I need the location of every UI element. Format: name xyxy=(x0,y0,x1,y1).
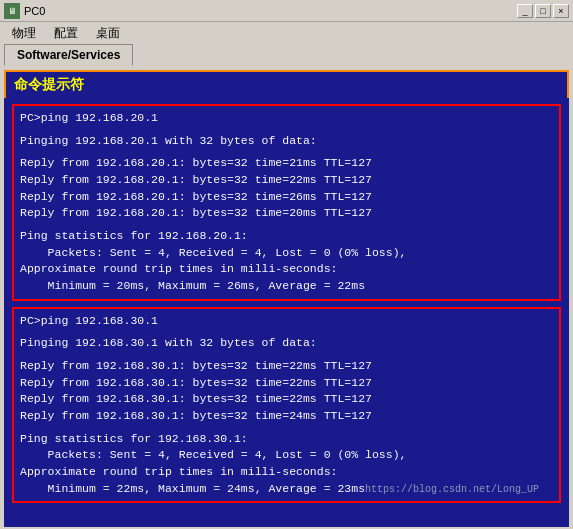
main-content: PC>ping 192.168.20.1Pinging 192.168.20.1… xyxy=(4,98,569,527)
ping-line-0-6: Reply from 192.168.20.1: bytes=32 time=2… xyxy=(20,189,553,206)
menu-item-physics[interactable]: 物理 xyxy=(4,23,44,44)
cmd-title-text: 命令提示符 xyxy=(14,76,84,92)
ping-block-0: PC>ping 192.168.20.1Pinging 192.168.20.1… xyxy=(12,104,561,301)
ping-line-0-2: Pinging 192.168.20.1 with 32 bytes of da… xyxy=(20,133,553,150)
watermark: https://blog.csdn.net/Long_UP xyxy=(365,484,539,495)
ping-line-0-11: Approximate round trip times in milli-se… xyxy=(20,261,553,278)
window-title: PC0 xyxy=(24,5,45,17)
ping-line-0-0: PC>ping 192.168.20.1 xyxy=(20,110,553,127)
ping-line-1-0: PC>ping 192.168.30.1 xyxy=(20,313,553,330)
close-button[interactable]: × xyxy=(553,4,569,18)
ping-line-1-10: Packets: Sent = 4, Received = 4, Lost = … xyxy=(20,447,553,464)
ping-line-0-4: Reply from 192.168.20.1: bytes=32 time=2… xyxy=(20,155,553,172)
ping-line-1-4: Reply from 192.168.30.1: bytes=32 time=2… xyxy=(20,358,553,375)
title-bar: 🖥 PC0 _ □ × xyxy=(0,0,573,22)
ping-line-0-7: Reply from 192.168.20.1: bytes=32 time=2… xyxy=(20,205,553,222)
app-icon: 🖥 xyxy=(4,3,20,19)
ping-line-1-7: Reply from 192.168.30.1: bytes=32 time=2… xyxy=(20,408,553,425)
ping-line-0-9: Ping statistics for 192.168.20.1: xyxy=(20,228,553,245)
tab-bar: Software/Services xyxy=(0,44,573,66)
ping-line-1-5: Reply from 192.168.30.1: bytes=32 time=2… xyxy=(20,375,553,392)
maximize-button[interactable]: □ xyxy=(535,4,551,18)
ping-line-1-6: Reply from 192.168.30.1: bytes=32 time=2… xyxy=(20,391,553,408)
ping-line-0-5: Reply from 192.168.20.1: bytes=32 time=2… xyxy=(20,172,553,189)
window-controls: _ □ × xyxy=(517,4,569,18)
minimize-button[interactable]: _ xyxy=(517,4,533,18)
cmd-title-bar: 命令提示符 xyxy=(4,70,569,98)
ping-blocks-container: PC>ping 192.168.20.1Pinging 192.168.20.1… xyxy=(12,104,561,503)
ping-line-1-2: Pinging 192.168.30.1 with 32 bytes of da… xyxy=(20,335,553,352)
ping-line-0-10: Packets: Sent = 4, Received = 4, Lost = … xyxy=(20,245,553,262)
menu-item-desktop[interactable]: 桌面 xyxy=(88,23,128,44)
menu-bar: 物理 配置 桌面 xyxy=(0,22,573,44)
ping-line-1-11: Approximate round trip times in milli-se… xyxy=(20,464,553,481)
ping-line-1-12: Minimum = 22ms, Maximum = 24ms, Average … xyxy=(20,481,553,498)
title-bar-left: 🖥 PC0 xyxy=(4,3,45,19)
menu-item-config[interactable]: 配置 xyxy=(46,23,86,44)
ping-line-0-12: Minimum = 20ms, Maximum = 26ms, Average … xyxy=(20,278,553,295)
ping-block-1: PC>ping 192.168.30.1Pinging 192.168.30.1… xyxy=(12,307,561,504)
tab-software-services[interactable]: Software/Services xyxy=(4,44,133,66)
ping-line-1-9: Ping statistics for 192.168.30.1: xyxy=(20,431,553,448)
